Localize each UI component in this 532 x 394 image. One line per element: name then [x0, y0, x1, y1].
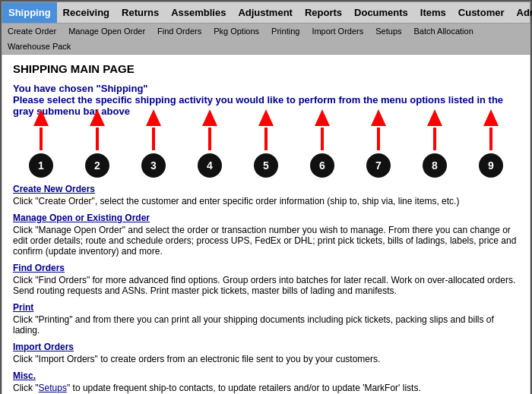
section-import-orders: Import Orders Click "Import Orders" to c… [13, 342, 519, 364]
arrow-item-8: 8 [407, 109, 463, 178]
section-text-misc-1: Click "Setups" to update frequent ship-t… [13, 383, 519, 393]
arrow-item-9: 9 [463, 109, 519, 178]
arrow-stem-6 [321, 128, 324, 150]
subnav-printing[interactable]: Printing [265, 24, 306, 39]
section-title-print[interactable]: Print [13, 302, 33, 313]
circle-2: 2 [85, 153, 109, 178]
nav-receiving[interactable]: Receiving [57, 2, 116, 23]
arrow-item-3: 3 [125, 109, 182, 178]
arrow-item-4: 4 [182, 109, 238, 178]
arrow-stem-2 [96, 128, 99, 150]
arrow-stem-5 [264, 128, 268, 150]
arrow-up-6 [315, 109, 330, 126]
nav-shipping[interactable]: Shipping [2, 2, 57, 23]
section-title-find-orders[interactable]: Find Orders [13, 263, 65, 273]
nav-adjustment[interactable]: Adjustment [232, 2, 299, 23]
circle-7: 7 [366, 153, 391, 178]
section-title-misc[interactable]: Misc. [13, 370, 36, 381]
arrow-item-5: 5 [238, 109, 294, 178]
top-nav: Shipping Receiving Returns Assemblies Ad… [2, 2, 530, 24]
section-text-find-orders: Click "Find Orders" for more advanced fi… [13, 275, 519, 296]
arrow-item-7: 7 [350, 109, 407, 178]
subnav-manage-open-order[interactable]: Manage Open Order [62, 24, 151, 39]
circle-6: 6 [310, 153, 334, 178]
subnav-pkg-options[interactable]: Pkg Options [207, 24, 265, 39]
arrow-item-6: 6 [294, 109, 350, 178]
nav-returns[interactable]: Returns [116, 2, 165, 23]
section-text-import-orders: Click "Import Orders" to create orders f… [13, 354, 519, 364]
subnav-warehouse-pack[interactable]: Warehouse Pack [2, 39, 77, 54]
chosen-text: You have chosen "Shipping" [13, 83, 519, 94]
sub-nav: Create Order Manage Open Order Find Orde… [2, 24, 530, 55]
subnav-import-orders[interactable]: Import Orders [306, 24, 369, 39]
arrow-stem-9 [489, 128, 492, 150]
circle-5: 5 [254, 153, 278, 178]
arrow-stem-4 [208, 128, 211, 150]
arrows-section: 1 2 3 4 5 [13, 125, 519, 178]
section-misc: Misc. Click "Setups" to update frequent … [13, 370, 519, 394]
section-title-create-orders[interactable]: Create New Orders [13, 184, 95, 194]
nav-admin[interactable]: Admin [511, 2, 533, 23]
subnav-setups[interactable]: Setups [369, 24, 407, 39]
section-print: Print Click "Printing" and from there yo… [13, 302, 519, 336]
subnav-create-order[interactable]: Create Order [2, 24, 62, 39]
arrow-up-8 [427, 109, 442, 126]
arrow-up-1 [33, 109, 49, 126]
arrow-stem-1 [40, 128, 43, 150]
page-title: SHIPPING MAIN PAGE [13, 62, 519, 75]
link-setups[interactable]: Setups [39, 383, 67, 393]
section-text-create-orders: Click "Create Order", select the custome… [13, 196, 519, 206]
nav-customer[interactable]: Customer [452, 2, 511, 23]
subnav-find-orders[interactable]: Find Orders [151, 24, 207, 39]
circle-8: 8 [423, 153, 447, 178]
section-manage-orders: Manage Open or Existing Order Click "Man… [13, 213, 519, 257]
circle-4: 4 [198, 153, 222, 178]
section-find-orders: Find Orders Click "Find Orders" for more… [13, 263, 519, 296]
arrow-stem-7 [377, 128, 380, 150]
section-title-manage-orders[interactable]: Manage Open or Existing Order [13, 213, 150, 223]
section-text-print: Click "Printing" and from there you can … [13, 314, 519, 336]
circle-1: 1 [29, 153, 53, 178]
arrow-item-2: 2 [69, 109, 125, 178]
circle-9: 9 [479, 153, 503, 178]
arrow-item-1: 1 [13, 109, 69, 178]
arrow-up-9 [483, 109, 499, 126]
arrow-up-3 [146, 109, 161, 126]
nav-items[interactable]: Items [414, 2, 452, 23]
arrow-up-5 [258, 109, 274, 126]
section-create-orders: Create New Orders Click "Create Order", … [13, 184, 519, 206]
main-content: SHIPPING MAIN PAGE You have chosen "Ship… [2, 55, 530, 394]
arrow-up-4 [202, 109, 217, 126]
circle-3: 3 [141, 153, 166, 178]
nav-documents[interactable]: Documents [348, 2, 414, 23]
arrow-up-2 [90, 109, 105, 126]
arrow-stem-8 [433, 128, 436, 150]
section-title-import-orders[interactable]: Import Orders [13, 342, 74, 352]
subnav-batch-allocation[interactable]: Batch Allocation [408, 24, 480, 39]
arrow-up-7 [371, 109, 386, 126]
nav-assemblies[interactable]: Assemblies [165, 2, 232, 23]
nav-reports[interactable]: Reports [299, 2, 348, 23]
section-text-manage-orders: Click "Manage Open Order" and select the… [13, 225, 519, 257]
arrow-stem-3 [152, 128, 155, 150]
